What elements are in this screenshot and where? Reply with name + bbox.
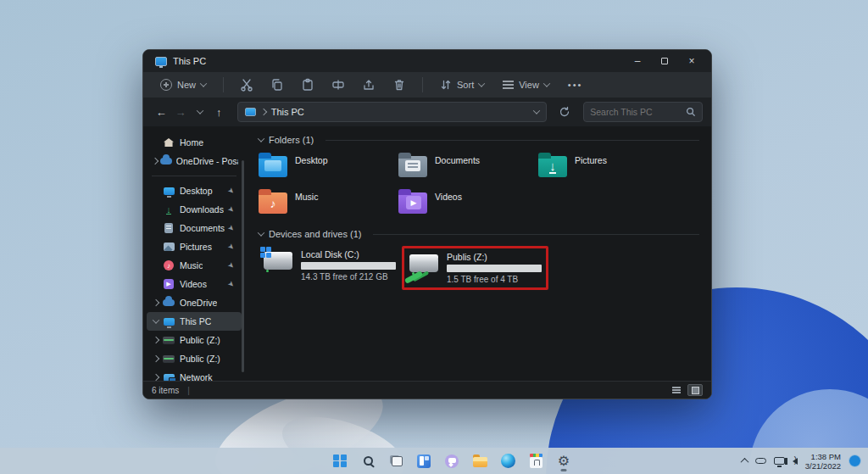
display-icon bbox=[774, 457, 785, 465]
onedrive-cloud-icon bbox=[160, 158, 172, 165]
widgets-button[interactable] bbox=[413, 450, 435, 472]
downloads-icon: ↓ bbox=[166, 205, 171, 215]
chevron-right-icon[interactable] bbox=[153, 337, 159, 343]
folder-tile-desktop[interactable]: Desktop bbox=[259, 153, 398, 182]
windows-logo-icon bbox=[260, 247, 271, 258]
chevron-down-icon[interactable] bbox=[153, 316, 159, 323]
file-explorer-button[interactable] bbox=[469, 450, 491, 472]
sidebar-item-onedrive[interactable]: OneDrive bbox=[147, 293, 242, 312]
network-drive-icon bbox=[163, 355, 175, 363]
chevron-right-icon bbox=[259, 109, 266, 115]
details-view-button[interactable] bbox=[669, 384, 684, 396]
folder-tile-documents[interactable]: Documents bbox=[398, 153, 538, 182]
address-bar[interactable]: This PC bbox=[237, 102, 548, 122]
delete-icon bbox=[392, 78, 406, 92]
desktop: This PC – × New bbox=[0, 0, 868, 474]
sidebar-item-downloads[interactable]: ↓ Downloads ➤ bbox=[147, 200, 242, 219]
search-box[interactable] bbox=[583, 102, 703, 122]
rename-button[interactable] bbox=[326, 75, 351, 94]
folder-tile-videos[interactable]: ▶ Videos bbox=[398, 190, 538, 219]
store-icon bbox=[530, 457, 542, 468]
folders-section-header[interactable]: Folders (1) bbox=[259, 133, 711, 147]
sidebar-item-onedrive-posard[interactable]: OneDrive - Posard bbox=[147, 152, 242, 170]
close-button[interactable]: × bbox=[679, 52, 704, 70]
collapse-icon[interactable] bbox=[258, 229, 264, 236]
minimize-button[interactable]: – bbox=[625, 52, 650, 70]
view-icon bbox=[503, 81, 514, 89]
sidebar-separator bbox=[152, 176, 236, 176]
sidebar-item-documents[interactable]: Documents ➤ bbox=[147, 219, 242, 237]
start-button[interactable] bbox=[329, 450, 351, 472]
documents-folder-icon bbox=[398, 156, 427, 177]
drive-tile-local-disk-c[interactable]: Local Disk (C:) 14.3 TB free of 212 GB bbox=[259, 246, 400, 290]
sidebar-item-music[interactable]: ♪ Music ➤ bbox=[147, 256, 242, 275]
view-button[interactable]: View bbox=[496, 76, 556, 93]
share-button[interactable] bbox=[356, 75, 381, 94]
paste-button[interactable] bbox=[295, 75, 320, 94]
sidebar-scrollbar[interactable] bbox=[242, 160, 244, 372]
sidebar-item-public-z-1[interactable]: Public (Z:) bbox=[147, 331, 242, 349]
copy-button[interactable] bbox=[264, 75, 290, 94]
clock[interactable]: 1:38 PM 3/21/2022 bbox=[805, 452, 841, 471]
folder-tile-pictures[interactable]: ↓ Pictures bbox=[538, 153, 678, 182]
taskbar-search-button[interactable] bbox=[357, 450, 379, 472]
this-pc-icon bbox=[245, 108, 256, 116]
pin-icon: ➤ bbox=[226, 186, 236, 196]
annotation-highlight-box: Publis (Z:) 1.5 TB free of 4 TB bbox=[402, 246, 548, 290]
capacity-bar bbox=[301, 262, 396, 270]
volume-tray-button[interactable] bbox=[793, 458, 798, 465]
refresh-button[interactable] bbox=[555, 103, 573, 121]
recent-locations-button[interactable] bbox=[190, 102, 209, 122]
chevron-right-icon[interactable] bbox=[152, 158, 159, 165]
pin-icon: ➤ bbox=[226, 260, 236, 270]
desktop-icon bbox=[164, 187, 175, 195]
window-title: This PC bbox=[173, 56, 206, 66]
sidebar-item-videos[interactable]: ▶ Videos ➤ bbox=[147, 275, 242, 293]
delete-button[interactable] bbox=[387, 75, 412, 94]
address-row: ← → ↑ This PC bbox=[143, 98, 711, 126]
address-dropdown-icon[interactable] bbox=[533, 107, 540, 114]
hidden-icons-button[interactable] bbox=[742, 458, 748, 464]
folder-tile-music[interactable]: ♪ Music bbox=[259, 190, 398, 219]
search-icon bbox=[364, 456, 373, 466]
edge-button[interactable] bbox=[497, 450, 519, 472]
sidebar-item-home[interactable]: Home bbox=[147, 133, 242, 152]
command-bar: New Sort bbox=[143, 72, 711, 98]
collapse-icon[interactable] bbox=[258, 135, 264, 142]
sidebar-item-public-z-2[interactable]: Public (Z:) bbox=[147, 349, 242, 368]
new-button[interactable]: New bbox=[153, 75, 213, 94]
more-icon: ••• bbox=[568, 80, 583, 90]
cut-button[interactable] bbox=[234, 75, 259, 94]
more-options-button[interactable]: ••• bbox=[561, 76, 590, 93]
sidebar-item-this-pc[interactable]: This PC bbox=[147, 312, 242, 331]
chevron-right-icon[interactable] bbox=[153, 355, 159, 362]
task-view-button[interactable] bbox=[385, 450, 407, 472]
sidebar-item-desktop[interactable]: Desktop ➤ bbox=[147, 181, 242, 200]
local-disk-icon bbox=[262, 249, 294, 275]
notification-badge[interactable] bbox=[849, 454, 861, 467]
back-button[interactable]: ← bbox=[152, 102, 171, 122]
title-bar[interactable]: This PC – × bbox=[143, 50, 711, 72]
settings-button[interactable]: ⚙ bbox=[553, 450, 575, 472]
sort-button[interactable]: Sort bbox=[433, 75, 491, 94]
share-icon bbox=[362, 78, 376, 92]
onedrive-tray-button[interactable] bbox=[755, 458, 766, 464]
drives-section-header[interactable]: Devices and drives (1) bbox=[259, 227, 711, 241]
drive-tile-publis-z[interactable]: Publis (Z:) 1.5 TB free of 4 TB bbox=[404, 248, 546, 287]
network-drive-icon bbox=[408, 252, 440, 277]
chat-button[interactable] bbox=[441, 450, 463, 472]
network-tray-button[interactable] bbox=[774, 457, 785, 465]
store-button[interactable] bbox=[525, 450, 547, 472]
chevron-right-icon[interactable] bbox=[153, 374, 159, 381]
cloud-icon bbox=[755, 458, 766, 464]
large-icons-view-button[interactable] bbox=[687, 384, 703, 396]
item-count: 6 items bbox=[152, 386, 179, 395]
search-input[interactable] bbox=[590, 107, 686, 117]
chevron-down-icon bbox=[478, 80, 485, 86]
maximize-button[interactable] bbox=[652, 52, 677, 70]
forward-button[interactable]: → bbox=[171, 102, 191, 122]
up-button[interactable]: ↑ bbox=[209, 102, 229, 122]
sidebar-item-pictures[interactable]: Pictures ➤ bbox=[147, 237, 242, 256]
chevron-down-icon bbox=[543, 80, 550, 86]
chevron-right-icon[interactable] bbox=[153, 299, 159, 306]
